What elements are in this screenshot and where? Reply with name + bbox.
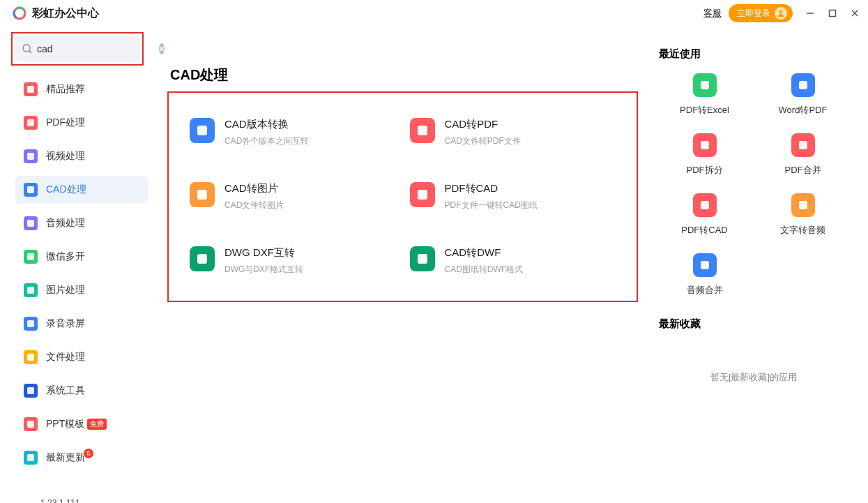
tool-item[interactable]: DWG DXF互转DWG与DXF格式互转 — [190, 246, 396, 276]
sidebar-item[interactable]: 录音录屏 — [15, 310, 148, 338]
nav-icon — [24, 116, 38, 130]
sidebar-item[interactable]: PPT模板免费 — [15, 410, 148, 438]
sidebar-item-label: 视频处理 — [46, 150, 85, 163]
nav-icon — [24, 283, 38, 297]
tool-item[interactable]: CAD转DWFCAD图纸转DWF格式 — [410, 246, 616, 276]
recent-item[interactable]: 文字转音频 — [757, 193, 848, 237]
clear-icon[interactable] — [159, 43, 165, 54]
app-title: 彩虹办公中心 — [32, 6, 99, 21]
recent-title: 最近使用 — [659, 47, 848, 61]
sidebar-item[interactable]: 最新更新5 — [15, 444, 148, 472]
recent-item[interactable]: PDF拆分 — [659, 133, 750, 177]
recent-icon — [693, 193, 717, 217]
sidebar-item-label: 精品推荐 — [46, 83, 85, 96]
tool-title: CAD转PDF — [445, 118, 521, 131]
sidebar-item-label: 录音录屏 — [46, 317, 85, 330]
nav-list: 精品推荐PDF处理视频处理CAD处理音频处理微信多开图片处理录音录屏文件处理系统… — [15, 75, 148, 477]
titlebar: 彩虹办公中心 客服 立即登录 — [0, 0, 868, 27]
recent-icon — [693, 73, 717, 97]
recent-label: PDF拆分 — [687, 164, 723, 177]
tool-item[interactable]: PDF转CADPDF文件一键转CAD图纸 — [410, 182, 616, 211]
tool-item[interactable]: CAD转PDFCAD文件转PDF文件 — [410, 118, 616, 147]
tool-desc: PDF文件一键转CAD图纸 — [445, 200, 538, 211]
sidebar-item[interactable]: CAD处理 — [15, 176, 148, 204]
recent-icon — [791, 73, 815, 97]
sidebar-item[interactable]: PDF处理 — [15, 109, 148, 137]
sidebar-item[interactable]: 文件处理 — [15, 343, 148, 371]
recent-icon — [791, 193, 815, 217]
svg-rect-15 — [27, 186, 34, 193]
svg-rect-28 — [197, 254, 207, 264]
tool-item[interactable]: CAD转图片CAD文件转图片 — [190, 182, 396, 211]
close-icon[interactable] — [850, 8, 860, 18]
recent-icon — [791, 133, 815, 157]
recent-item[interactable]: 音频合并 — [659, 253, 750, 296]
sidebar-item-label: 音频处理 — [46, 217, 85, 230]
nav-icon — [24, 216, 38, 230]
search-box[interactable] — [15, 36, 140, 62]
svg-rect-16 — [27, 220, 34, 227]
tool-icon — [410, 246, 435, 271]
recent-label: PDF转Excel — [680, 104, 729, 117]
svg-rect-35 — [799, 201, 807, 209]
nav-icon — [24, 149, 38, 163]
svg-point-8 — [23, 45, 30, 52]
sidebar-item-label: 最新更新 — [46, 451, 85, 464]
svg-rect-20 — [27, 354, 34, 361]
login-button-label: 立即登录 — [737, 8, 770, 20]
favorites-empty-text: 暂无[最新收藏]的应用 — [659, 343, 848, 412]
sidebar-item-label: CAD处理 — [46, 183, 86, 196]
sidebar-item-label: 系统工具 — [46, 384, 85, 397]
svg-rect-5 — [830, 10, 836, 17]
recent-icon — [693, 253, 717, 277]
svg-rect-27 — [418, 190, 427, 200]
sidebar-item[interactable]: 系统工具 — [15, 377, 148, 405]
customer-service-link[interactable]: 客服 — [703, 7, 722, 20]
recent-item[interactable]: Word转PDF — [757, 73, 848, 117]
main-content: CAD处理 CAD版本转换CAD各个版本之间互转CAD转PDFCAD文件转PDF… — [155, 27, 652, 503]
login-button[interactable]: 立即登录 — [729, 4, 793, 22]
tool-icon — [190, 182, 215, 207]
nav-icon — [24, 451, 38, 465]
svg-rect-32 — [701, 141, 709, 149]
recent-item[interactable]: PDF转CAD — [659, 193, 750, 237]
nav-icon — [24, 384, 38, 398]
tool-title: CAD版本转换 — [224, 118, 309, 131]
sidebar-item[interactable]: 微信多开 — [15, 243, 148, 271]
maximize-icon[interactable] — [828, 8, 837, 18]
sidebar-item[interactable]: 视频处理 — [15, 142, 148, 170]
recent-label: PDF转CAD — [681, 224, 727, 237]
tool-desc: CAD文件转PDF文件 — [445, 135, 521, 147]
svg-rect-22 — [27, 421, 34, 428]
page-title: CAD处理 — [170, 66, 638, 84]
svg-rect-17 — [27, 253, 34, 260]
sidebar-item[interactable]: 精品推荐 — [15, 75, 148, 103]
svg-rect-26 — [197, 190, 207, 200]
tool-desc: CAD各个版本之间互转 — [224, 135, 309, 147]
recent-item[interactable]: PDF转Excel — [659, 73, 750, 117]
app-logo-icon — [13, 6, 26, 20]
tool-item[interactable]: CAD版本转换CAD各个版本之间互转 — [190, 118, 396, 147]
sidebar-item[interactable]: 图片处理 — [15, 276, 148, 304]
recent-label: 文字转音频 — [780, 224, 825, 237]
tool-title: CAD转图片 — [224, 182, 284, 195]
svg-rect-25 — [418, 126, 427, 135]
svg-rect-30 — [701, 81, 709, 89]
svg-rect-36 — [701, 261, 709, 269]
minimize-icon[interactable] — [805, 8, 815, 18]
svg-rect-24 — [197, 126, 207, 135]
right-column: 最近使用 PDF转ExcelWord转PDFPDF拆分PDF合并PDF转CAD文… — [652, 27, 868, 503]
svg-rect-14 — [27, 153, 34, 160]
svg-rect-21 — [27, 387, 34, 394]
tool-desc: CAD文件转图片 — [224, 200, 284, 211]
recent-label: 音频合并 — [687, 284, 723, 296]
sidebar-item[interactable]: 音频处理 — [15, 209, 148, 237]
search-input[interactable] — [37, 43, 159, 54]
avatar-icon — [775, 7, 787, 20]
tools-highlight-frame: CAD版本转换CAD各个版本之间互转CAD转PDFCAD文件转PDF文件CAD转… — [167, 91, 638, 302]
recent-item[interactable]: PDF合并 — [757, 133, 848, 177]
svg-rect-23 — [27, 454, 34, 461]
sidebar-item-label: 图片处理 — [46, 284, 85, 296]
svg-rect-34 — [701, 201, 709, 209]
sidebar-item-label: PPT模板 — [46, 418, 84, 430]
